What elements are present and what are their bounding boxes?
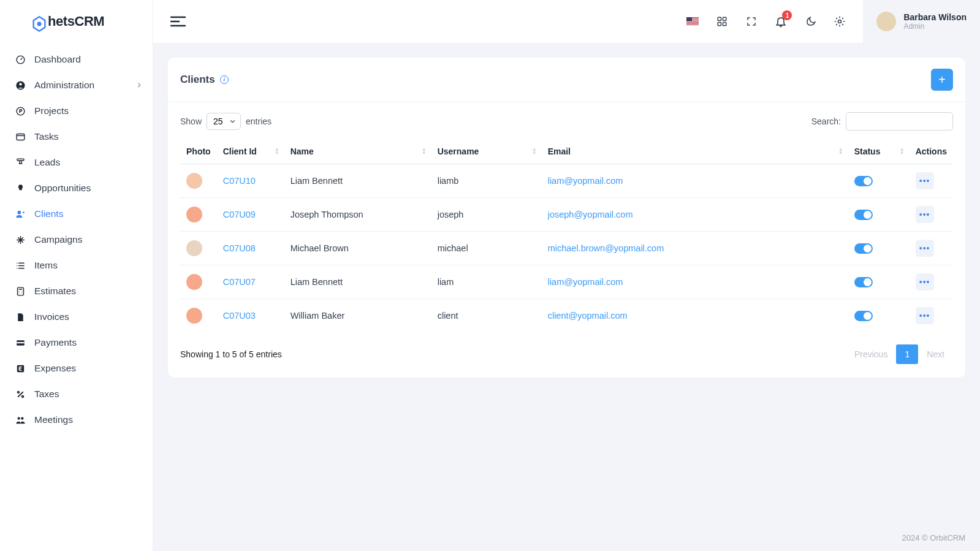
client-username: liamb — [431, 164, 542, 198]
nav-label: Invoices — [34, 311, 69, 322]
user-menu[interactable]: Barbara Wilson Admin — [863, 0, 980, 43]
chevron-right-icon — [137, 83, 142, 88]
col-client-id[interactable]: Client Id▲▼ — [217, 139, 284, 164]
row-actions-button[interactable]: ••• — [916, 240, 934, 257]
client-email-link[interactable]: liam@yopmail.com — [548, 277, 623, 287]
user-circle-icon — [15, 80, 26, 91]
nav-items[interactable]: Items — [0, 253, 153, 278]
apps-button[interactable] — [716, 15, 728, 28]
status-toggle[interactable] — [854, 210, 873, 220]
client-email-link[interactable]: client@yopmail.com — [548, 311, 628, 321]
client-username: joseph — [431, 198, 542, 232]
svg-point-0 — [38, 23, 41, 26]
fullscreen-button[interactable] — [745, 15, 758, 28]
user-role: Admin — [903, 22, 967, 31]
client-name: Liam Bennett — [284, 164, 431, 198]
row-actions-button[interactable]: ••• — [916, 273, 934, 291]
nav-estimates[interactable]: Estimates — [0, 278, 153, 304]
percent-icon — [15, 389, 26, 400]
col-name[interactable]: Name▲▼ — [284, 139, 431, 164]
client-email-link[interactable]: liam@yopmail.com — [548, 176, 623, 186]
status-toggle[interactable] — [854, 176, 873, 186]
client-email-link[interactable]: michael.brown@yopmail.com — [548, 243, 664, 253]
nav-projects[interactable]: Projects — [0, 98, 153, 124]
nav-leads[interactable]: Leads — [0, 150, 153, 175]
sort-icon: ▲▼ — [900, 148, 905, 155]
e-square-icon — [15, 363, 26, 374]
pagination: Previous 1 Next — [846, 344, 953, 364]
nav-clients[interactable]: Clients — [0, 201, 153, 227]
col-email[interactable]: Email▲▼ — [542, 139, 848, 164]
nav-label: Projects — [34, 105, 69, 116]
logo-icon — [31, 15, 48, 32]
client-username: client — [431, 299, 542, 333]
svg-point-6 — [17, 210, 21, 214]
nav-meetings[interactable]: Meetings — [0, 407, 153, 433]
client-id-link[interactable]: C07U07 — [223, 277, 256, 287]
sort-icon: ▲▼ — [838, 148, 843, 155]
client-avatar — [186, 240, 202, 256]
gear-icon — [834, 15, 846, 28]
file-icon — [15, 311, 26, 322]
next-button[interactable]: Next — [918, 344, 953, 364]
nav-tasks[interactable]: Tasks — [0, 124, 153, 150]
client-avatar — [186, 274, 202, 290]
nav-opportunities[interactable]: Opportunities — [0, 175, 153, 201]
client-avatar — [186, 173, 202, 189]
language-flag[interactable] — [686, 17, 699, 26]
status-toggle[interactable] — [854, 243, 873, 254]
client-username: liam — [431, 265, 542, 299]
nav-label: Payments — [34, 337, 77, 348]
moon-icon — [805, 16, 816, 28]
page-size-select[interactable]: 25 — [207, 113, 241, 130]
nav-label: Meetings — [34, 414, 73, 425]
nav-label: Opportunities — [34, 183, 91, 194]
settings-button[interactable] — [834, 15, 846, 28]
gauge-icon — [15, 54, 26, 65]
row-actions-button[interactable]: ••• — [916, 307, 934, 324]
nav-invoices[interactable]: Invoices — [0, 304, 153, 330]
nav-expenses[interactable]: Expenses — [0, 355, 153, 381]
menu-toggle-button[interactable] — [170, 16, 186, 27]
page-1-button[interactable]: 1 — [896, 344, 918, 364]
user-avatar — [876, 12, 896, 31]
nav-payments[interactable]: Payments — [0, 330, 153, 355]
nav-label: Clients — [34, 208, 63, 219]
col-photo: Photo — [180, 139, 217, 164]
table-row: C07U03 William Baker client client@yopma… — [180, 299, 953, 333]
page-title: Clients i — [180, 74, 229, 86]
client-email-link[interactable]: joseph@yopmail.com — [548, 210, 633, 219]
page-size-control: Show 25 entries — [180, 113, 272, 130]
logo[interactable]: hetsCRM — [0, 0, 153, 40]
client-id-link[interactable]: C07U03 — [223, 311, 256, 321]
add-client-button[interactable]: + — [931, 69, 953, 91]
p-circle-icon — [15, 105, 26, 116]
notifications-button[interactable]: 1 — [775, 15, 787, 28]
search-input[interactable] — [846, 112, 953, 131]
nav-administration[interactable]: Administration — [0, 72, 153, 98]
col-status[interactable]: Status▲▼ — [848, 139, 910, 164]
client-id-link[interactable]: C07U10 — [223, 176, 256, 186]
client-id-link[interactable]: C07U08 — [223, 243, 256, 253]
svg-rect-16 — [723, 17, 726, 20]
grid-icon — [716, 16, 727, 27]
client-id-link[interactable]: C07U09 — [223, 210, 256, 219]
nav-dashboard[interactable]: Dashboard — [0, 47, 153, 72]
expand-icon — [746, 16, 757, 27]
status-toggle[interactable] — [854, 277, 873, 287]
status-toggle[interactable] — [854, 311, 873, 321]
showing-text: Showing 1 to 5 of 5 entries — [180, 349, 282, 359]
clients-table: Photo Client Id▲▼ Name▲▼ Username▲▼ Emai… — [180, 139, 953, 332]
col-username[interactable]: Username▲▼ — [431, 139, 542, 164]
info-icon[interactable]: i — [220, 75, 229, 84]
nav-campaigns[interactable]: Campaigns — [0, 227, 153, 253]
nav-taxes[interactable]: Taxes — [0, 381, 153, 407]
phone-icon — [15, 157, 26, 168]
theme-button[interactable] — [804, 15, 816, 28]
nav-label: Estimates — [34, 286, 76, 297]
row-actions-button[interactable]: ••• — [916, 172, 934, 189]
prev-button[interactable]: Previous — [846, 344, 896, 364]
row-actions-button[interactable]: ••• — [916, 206, 934, 223]
table-row: C07U07 Liam Bennett liam liam@yopmail.co… — [180, 265, 953, 299]
svg-point-3 — [19, 83, 21, 85]
